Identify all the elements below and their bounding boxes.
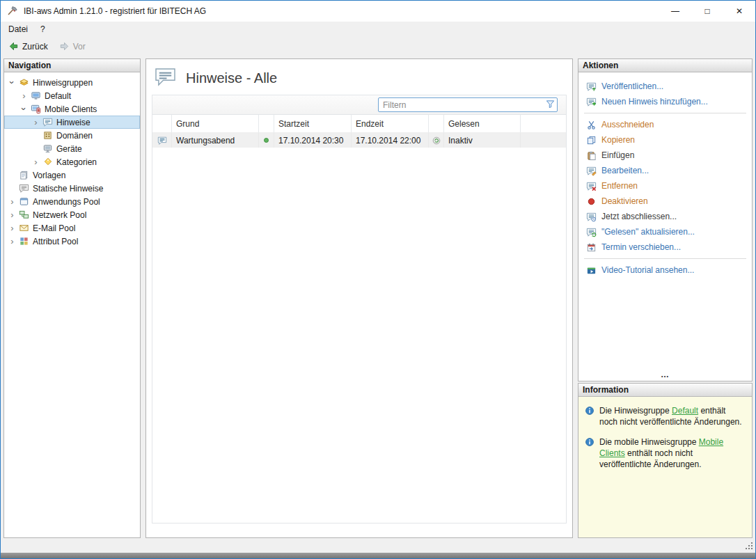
tree-item-anwendungs-pool[interactable]: Anwendungs Pool: [4, 195, 140, 208]
expander-icon[interactable]: [7, 223, 17, 233]
main-area: Navigation Hinweisgruppen Default: [1, 56, 755, 543]
expander-icon[interactable]: [19, 90, 29, 101]
filter-input[interactable]: [378, 97, 558, 112]
tree-item-statische-hinweise[interactable]: Statische Hinweise: [4, 182, 140, 195]
back-button[interactable]: Zurück: [4, 40, 52, 53]
column-filler: [521, 115, 566, 133]
back-arrow-icon: [8, 41, 19, 52]
actions-separator: [584, 113, 746, 113]
tree-item-label: Domänen: [54, 131, 96, 141]
copy-icon: [585, 135, 597, 145]
cell-gelesen: Inaktiv: [444, 133, 521, 148]
action-label: Jetzt abschliessen...: [601, 212, 677, 221]
tree-item-default[interactable]: Default: [4, 89, 140, 102]
maximize-button[interactable]: □: [691, 1, 723, 22]
column-endzeit[interactable]: Endzeit: [352, 115, 429, 133]
action-gelesen-aktualisieren[interactable]: "Gelesen" aktualisieren...: [578, 224, 752, 239]
info-item-default: Die Hinweisgruppe Default enthält noch n…: [585, 405, 746, 427]
action-video-tutorial[interactable]: Video-Tutorial ansehen...: [578, 262, 752, 278]
info-text: Die mobile Hinweisgruppe Mobile Clients …: [599, 436, 743, 470]
right-column: Aktionen Veröffentlichen... Neuen Hinwei…: [578, 58, 753, 538]
expander-icon[interactable]: [31, 117, 41, 127]
forward-arrow-icon: [59, 41, 70, 52]
action-kopieren[interactable]: Kopieren: [578, 132, 752, 148]
resize-grip[interactable]: [745, 542, 753, 552]
cell-grund: Wartungsabend: [172, 133, 259, 148]
expander-icon[interactable]: [7, 77, 17, 88]
gelesen-status-icon: [429, 133, 444, 148]
tree-item-kategorien[interactable]: Kategorien: [4, 155, 140, 168]
active-status-dot: [259, 133, 274, 148]
tree-item-label: Hinweisgruppen: [30, 78, 96, 88]
email-pool-icon: [17, 223, 30, 234]
action-ausschneiden[interactable]: Ausschneiden: [578, 117, 752, 132]
tree-item-hinweise[interactable]: Hinweise: [4, 116, 140, 129]
column-gelesen[interactable]: Gelesen: [444, 115, 521, 133]
forward-button[interactable]: Vor: [55, 40, 90, 53]
tree-item-email-pool[interactable]: E-Mail Pool: [4, 221, 140, 235]
tree-item-label: Kategorien: [54, 157, 100, 167]
cell-filler: [521, 133, 566, 148]
remove-icon: [585, 181, 597, 191]
expander-icon[interactable]: [19, 104, 29, 114]
minimize-button[interactable]: —: [659, 1, 691, 22]
tree-item-vorlagen[interactable]: Vorlagen: [4, 168, 140, 182]
column-icon[interactable]: [152, 115, 172, 133]
content-panel: Hinweise - Alle Grund Startzeit Endzeit …: [145, 58, 573, 538]
expander-icon[interactable]: [31, 157, 41, 167]
action-termin-verschieben[interactable]: Termin verschieben...: [578, 239, 752, 255]
default-group-link[interactable]: Default: [672, 406, 698, 416]
domains-icon: [41, 130, 54, 141]
notices-title-icon: [155, 68, 176, 88]
tree-item-mobile-clients[interactable]: Mobile Clients: [4, 102, 140, 116]
tree-item-hinweisgruppen[interactable]: Hinweisgruppen: [4, 76, 140, 89]
action-einfuegen[interactable]: Einfügen: [578, 148, 752, 163]
tree-item-attribut-pool[interactable]: Attribut Pool: [4, 235, 140, 248]
action-deaktivieren[interactable]: Deaktivieren: [578, 194, 752, 209]
tree-item-netzwerk-pool[interactable]: Netzwerk Pool: [4, 208, 140, 221]
action-jetzt-abschliessen[interactable]: Jetzt abschliessen...: [578, 209, 752, 224]
column-gelesen-icon[interactable]: [429, 115, 444, 133]
content-header: Hinweise - Alle: [146, 59, 572, 95]
action-label: Kopieren: [601, 135, 635, 145]
filter-box: [378, 97, 558, 112]
expander-icon[interactable]: [7, 236, 17, 246]
tree-item-geraete[interactable]: Geräte: [4, 142, 140, 155]
window-controls: — □ ✕: [659, 1, 755, 22]
column-grund[interactable]: Grund: [172, 115, 259, 133]
expander-icon[interactable]: [7, 210, 17, 220]
attribute-pool-icon: [17, 236, 30, 247]
navigation-tree: Hinweisgruppen Default Mobile Clients: [4, 72, 140, 248]
close-button[interactable]: ✕: [723, 1, 755, 22]
tree-item-label: Netzwerk Pool: [30, 210, 90, 220]
action-entfernen[interactable]: Entfernen: [578, 178, 752, 194]
information-panel: Information Die Hinweisgruppe Default en…: [578, 383, 753, 538]
column-startzeit[interactable]: Startzeit: [274, 115, 352, 133]
menu-help[interactable]: ?: [34, 22, 52, 37]
action-label: "Gelesen" aktualisieren...: [601, 227, 695, 237]
expander-icon[interactable]: [7, 196, 17, 207]
notices-list-view: Grund Startzeit Endzeit Gelesen Wartungs…: [152, 95, 567, 523]
actions-panel: Aktionen Veröffentlichen... Neuen Hinwei…: [578, 58, 753, 381]
action-label: Neuen Hinweis hinzufügen...: [601, 97, 708, 107]
action-bearbeiten[interactable]: Bearbeiten...: [578, 163, 752, 178]
panel-splitter-handle[interactable]: …: [578, 372, 752, 381]
categories-icon: [41, 157, 54, 168]
column-status[interactable]: [259, 115, 274, 133]
tree-item-domaenen[interactable]: Domänen: [4, 129, 140, 142]
devices-icon: [41, 143, 54, 155]
actions-header: Aktionen: [578, 59, 752, 72]
cut-icon: [585, 120, 597, 130]
action-label: Entfernen: [601, 181, 638, 191]
filter-funnel-icon[interactable]: [546, 100, 555, 111]
menu-datei[interactable]: Datei: [2, 22, 34, 37]
action-neuen-hinweis[interactable]: Neuen Hinweis hinzufügen...: [578, 94, 752, 109]
tree-item-label: E-Mail Pool: [30, 223, 79, 233]
table-row[interactable]: Wartungsabend 17.10.2014 20:30 17.10.201…: [152, 133, 566, 148]
info-icon: [585, 437, 594, 470]
action-veroeffentlichen[interactable]: Veröffentlichen...: [578, 79, 752, 94]
paste-icon: [585, 150, 597, 161]
notice-icon: [41, 117, 54, 128]
templates-icon: [17, 170, 30, 181]
action-label: Ausschneiden: [601, 120, 654, 129]
